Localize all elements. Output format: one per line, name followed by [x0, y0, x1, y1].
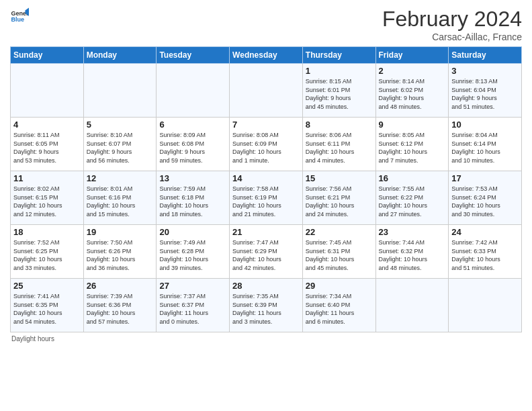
day-cell: 8Sunrise: 8:06 AM Sunset: 6:11 PM Daylig… — [302, 118, 375, 171]
day-info: Sunrise: 7:59 AM Sunset: 6:18 PM Dayligh… — [159, 185, 226, 218]
week-row-2: 4Sunrise: 8:11 AM Sunset: 6:05 PM Daylig… — [11, 118, 522, 171]
col-header-tuesday: Tuesday — [157, 47, 230, 64]
day-cell: 6Sunrise: 8:09 AM Sunset: 6:08 PM Daylig… — [157, 118, 230, 171]
day-number: 16 — [379, 173, 446, 183]
day-info: Sunrise: 7:42 AM Sunset: 6:33 PM Dayligh… — [451, 238, 519, 272]
week-row-4: 18Sunrise: 7:52 AM Sunset: 6:25 PM Dayli… — [11, 225, 522, 279]
logo: General Blue — [10, 7, 29, 26]
day-number: 17 — [451, 173, 519, 183]
day-number: 4 — [13, 120, 81, 130]
day-cell: 20Sunrise: 7:49 AM Sunset: 6:28 PM Dayli… — [157, 225, 230, 279]
day-cell: 14Sunrise: 7:58 AM Sunset: 6:19 PM Dayli… — [230, 171, 303, 225]
day-cell: 24Sunrise: 7:42 AM Sunset: 6:33 PM Dayli… — [449, 225, 522, 279]
day-number: 9 — [379, 120, 446, 130]
day-number: 11 — [13, 173, 81, 183]
location-subtitle: Carsac-Aillac, France — [382, 32, 522, 42]
day-number: 24 — [451, 227, 519, 237]
day-cell: 7Sunrise: 8:08 AM Sunset: 6:09 PM Daylig… — [230, 118, 303, 171]
day-cell — [230, 64, 303, 118]
day-number: 19 — [87, 227, 154, 237]
day-cell — [157, 64, 230, 118]
day-cell: 17Sunrise: 7:53 AM Sunset: 6:24 PM Dayli… — [449, 171, 522, 225]
calendar-page: General Blue February 2024 Carsac-Aillac… — [0, 0, 532, 346]
day-number: 15 — [306, 173, 373, 183]
day-cell: 29Sunrise: 7:34 AM Sunset: 6:40 PM Dayli… — [302, 279, 375, 332]
day-info: Sunrise: 8:05 AM Sunset: 6:12 PM Dayligh… — [379, 131, 446, 165]
day-cell: 22Sunrise: 7:45 AM Sunset: 6:31 PM Dayli… — [302, 225, 375, 279]
day-cell: 23Sunrise: 7:44 AM Sunset: 6:32 PM Dayli… — [375, 225, 449, 279]
day-number: 10 — [451, 120, 519, 130]
day-info: Sunrise: 8:11 AM Sunset: 6:05 PM Dayligh… — [13, 131, 81, 165]
day-info: Sunrise: 7:37 AM Sunset: 6:37 PM Dayligh… — [159, 292, 226, 326]
col-header-friday: Friday — [375, 47, 449, 64]
col-header-saturday: Saturday — [449, 47, 522, 64]
calendar-table: SundayMondayTuesdayWednesdayThursdayFrid… — [10, 46, 522, 332]
day-number: 26 — [87, 281, 154, 291]
day-number: 22 — [306, 227, 373, 237]
day-cell: 12Sunrise: 8:01 AM Sunset: 6:16 PM Dayli… — [83, 171, 157, 225]
day-number: 20 — [159, 227, 226, 237]
day-cell: 4Sunrise: 8:11 AM Sunset: 6:05 PM Daylig… — [11, 118, 84, 171]
day-info: Sunrise: 7:35 AM Sunset: 6:39 PM Dayligh… — [232, 292, 300, 326]
day-number: 27 — [159, 281, 226, 291]
day-number: 12 — [87, 173, 154, 183]
day-info: Sunrise: 7:50 AM Sunset: 6:26 PM Dayligh… — [87, 238, 154, 272]
svg-text:Blue: Blue — [11, 16, 24, 23]
week-row-5: 25Sunrise: 7:41 AM Sunset: 6:35 PM Dayli… — [11, 279, 522, 332]
day-cell: 5Sunrise: 8:10 AM Sunset: 6:07 PM Daylig… — [83, 118, 157, 171]
day-info: Sunrise: 8:08 AM Sunset: 6:09 PM Dayligh… — [232, 131, 300, 165]
title-area: February 2024 Carsac-Aillac, France — [382, 7, 522, 42]
day-info: Sunrise: 8:13 AM Sunset: 6:04 PM Dayligh… — [451, 77, 519, 111]
day-info: Sunrise: 7:34 AM Sunset: 6:40 PM Dayligh… — [306, 292, 373, 326]
day-info: Sunrise: 7:41 AM Sunset: 6:35 PM Dayligh… — [13, 292, 81, 326]
logo-icon: General Blue — [10, 7, 29, 26]
day-number: 5 — [87, 120, 154, 130]
day-number: 25 — [13, 281, 81, 291]
day-info: Sunrise: 8:15 AM Sunset: 6:01 PM Dayligh… — [306, 77, 373, 111]
day-info: Sunrise: 8:06 AM Sunset: 6:11 PM Dayligh… — [306, 131, 373, 165]
day-cell: 3Sunrise: 8:13 AM Sunset: 6:04 PM Daylig… — [449, 64, 522, 118]
day-cell — [375, 279, 449, 332]
day-cell: 19Sunrise: 7:50 AM Sunset: 6:26 PM Dayli… — [83, 225, 157, 279]
header: General Blue February 2024 Carsac-Aillac… — [10, 7, 522, 42]
header-row: SundayMondayTuesdayWednesdayThursdayFrid… — [11, 47, 522, 64]
day-cell: 27Sunrise: 7:37 AM Sunset: 6:37 PM Dayli… — [157, 279, 230, 332]
day-info: Sunrise: 8:01 AM Sunset: 6:16 PM Dayligh… — [87, 185, 154, 218]
month-title: February 2024 — [382, 7, 522, 32]
day-cell: 9Sunrise: 8:05 AM Sunset: 6:12 PM Daylig… — [375, 118, 449, 171]
week-row-1: 1Sunrise: 8:15 AM Sunset: 6:01 PM Daylig… — [11, 64, 522, 118]
day-cell: 10Sunrise: 8:04 AM Sunset: 6:14 PM Dayli… — [449, 118, 522, 171]
col-header-sunday: Sunday — [11, 47, 84, 64]
day-number: 3 — [451, 66, 519, 76]
day-cell — [83, 64, 157, 118]
footer-note: Daylight hours — [10, 335, 522, 342]
day-info: Sunrise: 7:52 AM Sunset: 6:25 PM Dayligh… — [13, 238, 81, 272]
day-info: Sunrise: 7:49 AM Sunset: 6:28 PM Dayligh… — [159, 238, 226, 272]
day-number: 7 — [232, 120, 300, 130]
day-info: Sunrise: 7:45 AM Sunset: 6:31 PM Dayligh… — [306, 238, 373, 272]
day-info: Sunrise: 8:02 AM Sunset: 6:15 PM Dayligh… — [13, 185, 81, 218]
day-number: 2 — [379, 66, 446, 76]
day-cell: 15Sunrise: 7:56 AM Sunset: 6:21 PM Dayli… — [302, 171, 375, 225]
day-info: Sunrise: 8:09 AM Sunset: 6:08 PM Dayligh… — [159, 131, 226, 165]
day-cell: 18Sunrise: 7:52 AM Sunset: 6:25 PM Dayli… — [11, 225, 84, 279]
day-number: 28 — [232, 281, 300, 291]
day-cell: 16Sunrise: 7:55 AM Sunset: 6:22 PM Dayli… — [375, 171, 449, 225]
day-info: Sunrise: 7:47 AM Sunset: 6:29 PM Dayligh… — [232, 238, 300, 272]
col-header-thursday: Thursday — [302, 47, 375, 64]
col-header-monday: Monday — [83, 47, 157, 64]
day-cell: 25Sunrise: 7:41 AM Sunset: 6:35 PM Dayli… — [11, 279, 84, 332]
day-number: 23 — [379, 227, 446, 237]
day-info: Sunrise: 8:14 AM Sunset: 6:02 PM Dayligh… — [379, 77, 446, 111]
day-number: 6 — [159, 120, 226, 130]
day-info: Sunrise: 7:39 AM Sunset: 6:36 PM Dayligh… — [87, 292, 154, 326]
day-info: Sunrise: 7:44 AM Sunset: 6:32 PM Dayligh… — [379, 238, 446, 272]
day-cell: 28Sunrise: 7:35 AM Sunset: 6:39 PM Dayli… — [230, 279, 303, 332]
day-cell: 2Sunrise: 8:14 AM Sunset: 6:02 PM Daylig… — [375, 64, 449, 118]
day-number: 21 — [232, 227, 300, 237]
day-number: 1 — [306, 66, 373, 76]
day-cell: 21Sunrise: 7:47 AM Sunset: 6:29 PM Dayli… — [230, 225, 303, 279]
day-number: 8 — [306, 120, 373, 130]
day-info: Sunrise: 8:04 AM Sunset: 6:14 PM Dayligh… — [451, 131, 519, 165]
day-number: 13 — [159, 173, 226, 183]
